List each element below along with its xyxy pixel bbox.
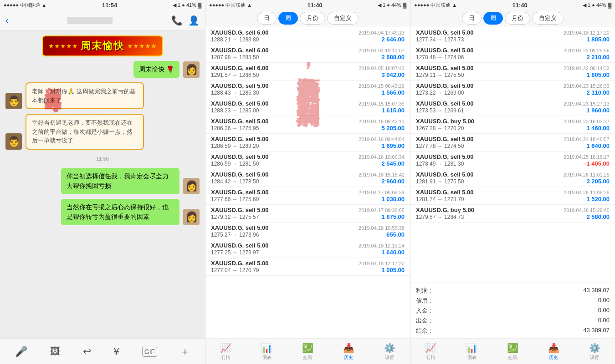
trade-profit: 2 580.00 bbox=[586, 213, 610, 220]
trade-icon-r: 💹 bbox=[507, 343, 518, 354]
trade-symbol: XAUUSD.G, sell 5.00 bbox=[416, 29, 473, 36]
trade-symbol: XAUUSD.G, sell 5.00 bbox=[211, 224, 268, 231]
trade-profit: 2 688.00 bbox=[381, 54, 405, 61]
tab-day-r[interactable]: 日 bbox=[462, 12, 482, 25]
history-icon: 📥 bbox=[343, 343, 354, 354]
trade-symbol: XAUUSD.G, sell 6.00 bbox=[211, 47, 268, 54]
phone-icon[interactable]: 📞 bbox=[171, 15, 183, 26]
summary-label: 入金： bbox=[416, 307, 434, 315]
trade-datetime: 2019.04.23 15:27:13 bbox=[564, 101, 610, 106]
trade-prices: 1279.32 → 1275.57 bbox=[211, 214, 259, 220]
nav-quotes-left[interactable]: 📈 行情 bbox=[220, 343, 231, 361]
summary-label: 出金： bbox=[416, 317, 434, 325]
trade-item: XAUUSD.G, sell 5.00 2019.04.16 15:18:42 … bbox=[205, 169, 410, 187]
trade-prices: 1288.23 → 1285.00 bbox=[211, 107, 259, 114]
trade-tab-bar-right: 日 周 月份 自定义 bbox=[410, 10, 615, 26]
tab-week-r[interactable]: 周 bbox=[483, 12, 503, 25]
nav-settings-right[interactable]: ⚙️ 设置 bbox=[589, 343, 600, 361]
chart-icon-r: 📊 bbox=[466, 343, 477, 354]
trade-item: XAUUSD.G, sell 5.00 2019.04.23 15:26:33 … bbox=[410, 81, 615, 98]
money-button[interactable]: ¥ bbox=[114, 346, 119, 358]
nav-label: 历史 bbox=[344, 354, 353, 361]
nav-quotes-right[interactable]: 📈 行情 bbox=[425, 343, 436, 361]
nav-label: 交易 bbox=[303, 354, 312, 361]
tab-month-r[interactable]: 月份 bbox=[505, 12, 530, 25]
trade-datetime: 2019.04.16 09:44:04 bbox=[359, 136, 405, 142]
tab-custom[interactable]: 自定义 bbox=[327, 12, 359, 25]
trade-datetime: 2019.04.26 15:29:40 bbox=[564, 207, 610, 213]
trade-item: XAUUSD.G, sell 5.00 2019.04.15 06:43:26 … bbox=[205, 81, 410, 98]
trade-symbol: XAUUSD.G, sell 5.00 bbox=[416, 171, 473, 178]
trade-profit: 1 565.00 bbox=[381, 89, 405, 96]
nav-history-right[interactable]: 📥 历史 bbox=[548, 343, 559, 361]
trade-symbol: XAUUSD.G, sell 6.00 bbox=[211, 65, 268, 71]
trade-profit: 1 805.00 bbox=[586, 71, 610, 78]
tab-month[interactable]: 月份 bbox=[300, 12, 325, 25]
trade-profit: 3 042.00 bbox=[381, 71, 405, 78]
trade-prices: 1288.21 → 1283.80 bbox=[211, 36, 259, 43]
avatar-right: 👩 bbox=[183, 61, 200, 78]
summary-section: 利润： 43 389.07 信用： 0.00 入金： 0.00 出金： 0.00… bbox=[410, 283, 615, 339]
chat-panel: ●●●●● 中国联通 ▲ 11:54 ◀ 1 ● 41% ▓ ‹ 📞 👤 ★★★… bbox=[0, 0, 205, 364]
sticker-stars: ★★★★★ bbox=[48, 42, 78, 50]
trade-time-left: 11:40 bbox=[307, 2, 322, 9]
trade-symbol: XAUUSD.G, sell 5.00 bbox=[211, 100, 268, 107]
trade-symbol: XAUUSD.G, sell 5.00 bbox=[211, 118, 268, 125]
trade-item: XAUUSD.G, sell 5.00 2019.04.18 12:17:20 … bbox=[410, 27, 615, 45]
trade-datetime: 2019.04.18 12:17:20 bbox=[564, 30, 610, 35]
tab-week[interactable]: 周 bbox=[278, 12, 298, 25]
summary-row: 利润： 43 389.07 bbox=[416, 286, 610, 296]
bottom-nav-left: 📈 行情 📊 图表 💹 交易 📥 历史 ⚙️ 设置 bbox=[205, 339, 410, 364]
message-row: 👩 你当初选择信任我，我肯定会尽全力去帮你挽回亏损 bbox=[5, 168, 200, 194]
trade-item: XAUUSD.G, sell 5.00 2019.04.17 09:26:05 … bbox=[205, 205, 410, 222]
image-button[interactable]: 🖼 bbox=[50, 346, 60, 358]
trade-profit: -1 405.00 bbox=[584, 160, 610, 167]
trade-item: XAUUSD.G, sell 5.00 2019.04.18 12:17:20 … bbox=[205, 258, 410, 276]
bubble-left: 老师，谢谢你🙏 这周做完我之前亏的基本都回来了 bbox=[26, 82, 144, 109]
trade-prices: 1267.28 → 1270.20 bbox=[416, 125, 464, 131]
summary-row: 出金： 0.00 bbox=[416, 316, 610, 326]
trade-item: XAUUSD.G, sell 5.00 2019.04.16 09:44:04 … bbox=[205, 134, 410, 152]
trade-item: XAUUSD.G, sell 5.00 2019.04.18 12:13:24 … bbox=[205, 240, 410, 258]
trade-prices: 1277.66 → 1275.60 bbox=[211, 196, 259, 202]
trade-prices: 1279.57 → 1284.73 bbox=[416, 214, 464, 220]
trade-profit: 5 205.00 bbox=[381, 125, 405, 131]
bubble-right: 当然你在亏损之后心态保持很好，也是帮你转亏为盈很重要的因素 bbox=[61, 199, 179, 225]
gif-button[interactable]: GIF bbox=[142, 347, 157, 357]
trade-datetime: 2019.04.26 11:01:25 bbox=[564, 172, 610, 177]
trade-datetime: 2019.04.16 10:09:34 bbox=[359, 154, 405, 160]
trade-prices: 1288.43 → 1285.30 bbox=[211, 90, 259, 96]
trade-profit: 1 875.00 bbox=[381, 213, 405, 220]
tab-day[interactable]: 日 bbox=[257, 12, 277, 25]
summary-value: 0.00 bbox=[598, 317, 610, 325]
more-button[interactable]: ＋ bbox=[180, 345, 190, 359]
quotes-icon: 📈 bbox=[220, 343, 231, 354]
trade-profit: 3 205.00 bbox=[586, 178, 610, 185]
trade-datetime: 2019.04.15 06:43:26 bbox=[359, 83, 405, 89]
trade-prices: 1291.57 → 1286.50 bbox=[211, 72, 259, 78]
voice-button[interactable]: 🎤 bbox=[15, 346, 27, 358]
trade-prices: 1278.48 → 1274.06 bbox=[416, 54, 464, 61]
tab-custom-r[interactable]: 自定义 bbox=[532, 12, 564, 25]
trade-list-right: XAUUSD.G, sell 5.00 2019.04.18 12:17:20 … bbox=[410, 26, 615, 283]
trade-profit: 1 615.00 bbox=[381, 107, 405, 114]
trade-item: XAUUSD.G, sell 5.00 2019.04.26 11:08:28 … bbox=[410, 187, 615, 205]
undo-button[interactable]: ↩ bbox=[83, 346, 91, 358]
trade-item: XAUUSD.G, sell 5.00 2019.04.22 05:28:56 … bbox=[410, 45, 615, 63]
contact-icon[interactable]: 👤 bbox=[188, 15, 200, 26]
nav-chart-left[interactable]: 📊 图表 bbox=[261, 343, 272, 361]
nav-history-left[interactable]: 📥 历史 bbox=[343, 343, 354, 361]
quotes-icon-r: 📈 bbox=[425, 343, 436, 354]
signal-left3: ●●●●● 中国联通 ▲ bbox=[414, 2, 457, 9]
trade-item: XAUUSD.G, sell 5.00 2019.04.22 06:14:32 … bbox=[410, 63, 615, 81]
message-row: 👩 周末愉快 🌹 bbox=[5, 61, 200, 78]
trade-profit: 1 640.00 bbox=[381, 249, 405, 256]
nav-trade-right[interactable]: 💹 交易 bbox=[507, 343, 518, 361]
nav-chart-right[interactable]: 📊 图表 bbox=[466, 343, 477, 361]
back-button[interactable]: ‹ bbox=[5, 15, 9, 25]
nav-trade-left[interactable]: 💹 交易 bbox=[302, 343, 313, 361]
nav-settings-left[interactable]: ⚙️ 设置 bbox=[384, 343, 395, 361]
trade-symbol: XAUUSD.G, sell 5.00 bbox=[211, 82, 268, 89]
trade-prices: 1273.22 → 1269.00 bbox=[416, 90, 464, 96]
summary-label: 信用： bbox=[416, 297, 434, 305]
